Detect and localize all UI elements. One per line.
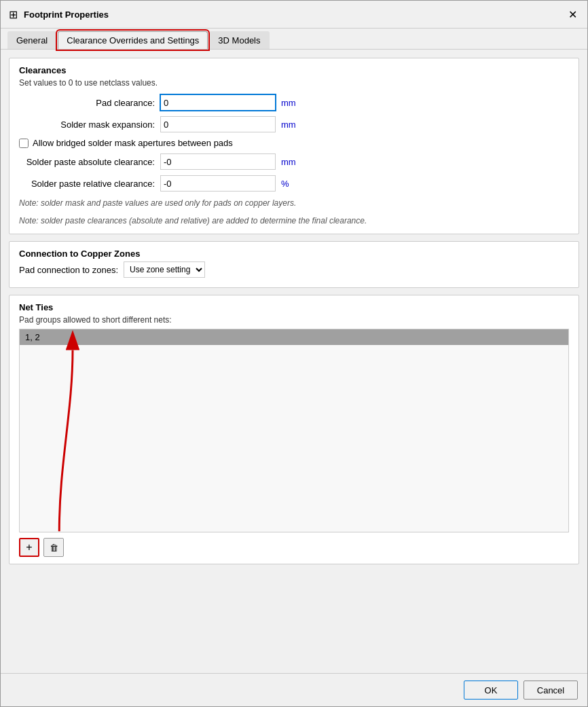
delete-net-tie-button[interactable]: 🗑 (43, 538, 64, 557)
net-ties-item-1-2[interactable]: 1, 2 (20, 329, 568, 345)
bridge-checkbox-row: Allow bridged solder mask apertures betw… (19, 138, 569, 148)
solder-paste-abs-row: Solder paste absolute clearance: mm (19, 153, 569, 170)
title-bar-left: ⊞ Footprint Properties (6, 7, 109, 21)
solder-paste-abs-unit: mm (281, 157, 296, 167)
bridge-checkbox-label: Allow bridged solder mask apertures betw… (33, 138, 233, 148)
note2: Note: solder paste clearances (absolute … (19, 215, 569, 227)
solder-paste-rel-input[interactable] (160, 175, 276, 192)
solder-mask-input[interactable] (160, 116, 276, 132)
dialog-title: Footprint Properties (24, 10, 109, 20)
bridge-checkbox[interactable] (19, 139, 29, 148)
note1: Note: solder mask and paste values are u… (19, 197, 569, 209)
pad-clearance-row: Pad clearance: mm (19, 94, 569, 111)
delete-icon: 🗑 (50, 543, 58, 553)
clearances-subtitle: Set values to 0 to use netclass values. (19, 78, 569, 88)
ok-button[interactable]: OK (464, 681, 518, 700)
pad-connection-select[interactable]: Use zone setting Solid Thermal relief No… (124, 261, 205, 278)
cancel-button[interactable]: Cancel (523, 681, 578, 700)
dialog-window: ⊞ Footprint Properties ✕ General Clearan… (0, 0, 588, 707)
solder-paste-rel-row: Solder paste relative clearance: % (19, 175, 569, 192)
solder-mask-row: Solder mask expansion: mm (19, 116, 569, 132)
tab-bar: General Clearance Overrides and Settings… (1, 29, 587, 50)
net-ties-subtitle: Pad groups allowed to short different ne… (19, 315, 569, 325)
tab-3d-models[interactable]: 3D Models (209, 31, 269, 49)
solder-paste-rel-label: Solder paste relative clearance: (19, 179, 155, 189)
pad-clearance-unit: mm (281, 98, 296, 108)
solder-mask-label: Solder mask expansion: (19, 120, 155, 130)
net-ties-list[interactable]: 1, 2 (19, 329, 569, 532)
pad-clearance-label: Pad clearance: (19, 98, 155, 108)
solder-paste-abs-label: Solder paste absolute clearance: (19, 157, 155, 167)
footprint-icon: ⊞ (6, 7, 20, 21)
pad-connection-row: Pad connection to zones: Use zone settin… (19, 261, 569, 278)
pad-clearance-input[interactable] (160, 94, 276, 111)
add-net-tie-button[interactable]: + (19, 538, 39, 557)
main-content: Clearances Set values to 0 to use netcla… (1, 50, 587, 673)
copper-zones-section: Connection to Copper Zones Pad connectio… (9, 241, 579, 288)
net-ties-empty-space (20, 345, 568, 522)
copper-zones-title: Connection to Copper Zones (19, 249, 569, 259)
net-ties-list-container: 1, 2 (19, 329, 569, 532)
solder-paste-abs-input[interactable] (160, 153, 276, 170)
title-bar: ⊞ Footprint Properties ✕ (1, 1, 587, 29)
tab-general[interactable]: General (7, 31, 56, 49)
solder-paste-rel-unit: % (281, 179, 289, 189)
tab-clearance[interactable]: Clearance Overrides and Settings (58, 31, 208, 49)
close-button[interactable]: ✕ (563, 5, 582, 24)
pad-connection-label: Pad connection to zones: (19, 265, 118, 275)
net-ties-section: Net Ties Pad groups allowed to short dif… (9, 295, 579, 564)
net-ties-title: Net Ties (19, 302, 569, 312)
solder-mask-unit: mm (281, 120, 296, 130)
clearances-section: Clearances Set values to 0 to use netcla… (9, 58, 579, 234)
dialog-footer: OK Cancel (1, 673, 587, 706)
add-icon: + (26, 541, 32, 554)
net-ties-action-buttons: + 🗑 (19, 538, 569, 557)
clearances-title: Clearances (19, 65, 569, 75)
